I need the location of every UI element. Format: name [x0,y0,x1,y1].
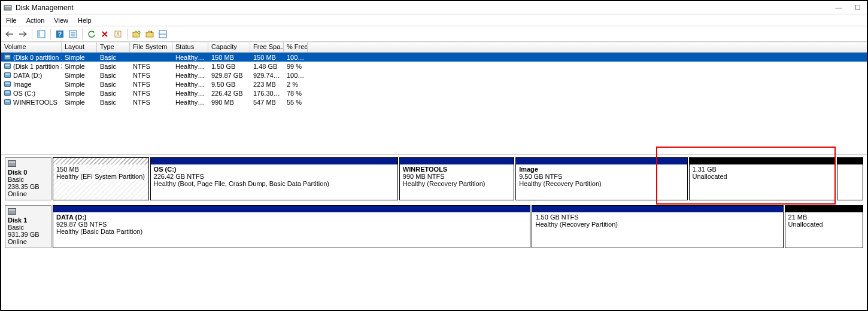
volume-row[interactable]: (Disk 0 partition 1)SimpleBasicHealthy (… [1,53,867,62]
partition-color-bar [532,206,782,212]
window-title: Disk Management [16,4,834,12]
menu-help[interactable]: Help [78,17,92,24]
disk-row: Disk 1Basic931.39 GBOnlineDATA (D:)929.8… [1,203,867,251]
volume-icon [4,81,11,87]
delete-button[interactable] [99,28,111,40]
partition-color-bar [53,206,530,212]
partition-body: DATA (D:)929.87 GB NTFSHealthy (Basic Da… [53,212,530,248]
volume-row[interactable]: (Disk 1 partition 3)SimpleBasicNTFSHealt… [1,62,867,71]
partition-body: WINRETOOLS990 MB NTFSHealthy (Recovery P… [400,164,514,200]
col-spacer [308,42,867,52]
menu-file[interactable]: File [6,17,17,24]
partition-color-bar [151,158,397,164]
help-button[interactable]: ? [54,28,66,40]
forward-button[interactable] [17,28,29,40]
partition-color-bar [690,158,835,164]
toolbar-separator [50,29,51,39]
disk-icon [8,160,16,167]
partition-body: 1.31 GBUnallocated [690,164,835,200]
partition[interactable]: 1.50 GB NTFSHealthy (Recovery Partition) [532,205,783,248]
partition-body: 1.50 GB NTFSHealthy (Recovery Partition) [532,212,782,248]
col-freespace[interactable]: Free Spa... [250,42,284,52]
partition-color-bar [53,158,148,164]
col-type[interactable]: Type [97,42,130,52]
col-filesystem[interactable]: File System [130,42,172,52]
maximize-button[interactable]: ☐ [854,4,862,11]
disk-header[interactable]: Disk 0Basic238.35 GBOnline [5,157,51,200]
disk-layout-area[interactable]: Disk 0Basic238.35 GBOnline150 MBHealthy … [1,155,867,310]
volume-row[interactable]: DATA (D:)SimpleBasicNTFSHealthy (B...929… [1,71,867,80]
partition[interactable]: OS (C:)226.42 GB NTFSHealthy (Boot, Page… [150,157,398,200]
volume-table: Volume Layout Type File System Status Ca… [1,42,867,155]
partition-body: 150 MBHealthy (EFI System Partition) [53,164,148,200]
menubar: File Action View Help [1,14,867,26]
show-hide-console-tree-button[interactable] [35,28,47,40]
col-layout[interactable]: Layout [62,42,97,52]
volume-icon [4,54,11,60]
volume-row[interactable]: ImageSimpleBasicNTFSHealthy (R...9.50 GB… [1,80,867,89]
titlebar: Disk Management — ☐ [1,1,867,14]
window-controls: — ☐ [834,4,862,11]
svg-rect-13 [146,32,153,37]
partition-color-bar [837,158,863,164]
refresh-button[interactable] [86,28,98,40]
svg-rect-3 [38,31,40,38]
col-volume[interactable]: Volume [1,42,62,52]
col-pctfree[interactable]: % Free [284,42,308,52]
partition[interactable]: Image9.50 GB NTFSHealthy (Recovery Parti… [515,157,687,200]
partition[interactable]: 21 MBUnallocated [785,205,863,248]
partition-body [837,164,863,200]
app-icon [4,4,12,12]
volume-row[interactable]: WINRETOOLSSimpleBasicNTFSHealthy (R...99… [1,97,867,106]
back-button[interactable] [4,28,16,40]
menu-action[interactable]: Action [26,17,45,24]
toolbar-separator [32,29,32,39]
svg-text:?: ? [58,31,62,38]
partition-color-bar [516,158,687,164]
partition-color-bar [400,158,514,164]
toolbar-separator [82,29,83,39]
partition[interactable]: DATA (D:)929.87 GB NTFSHealthy (Basic Da… [53,205,530,248]
settings-button[interactable] [67,28,79,40]
toolbar: ? [1,26,867,42]
disk-row: Disk 0Basic238.35 GBOnline150 MBHealthy … [1,155,867,203]
partition[interactable]: 1.31 GBUnallocated [689,157,836,200]
col-status[interactable]: Status [172,42,208,52]
partition-body: Image9.50 GB NTFSHealthy (Recovery Parti… [516,164,687,200]
partitions: DATA (D:)929.87 GB NTFSHealthy (Basic Da… [53,205,863,248]
menu-view[interactable]: View [54,17,68,24]
list-details-button[interactable] [157,28,169,40]
volume-icon [4,99,11,105]
volume-table-body[interactable]: (Disk 0 partition 1)SimpleBasicHealthy (… [1,53,867,154]
volume-table-header: Volume Layout Type File System Status Ca… [1,42,867,53]
partition[interactable] [837,157,863,200]
volume-row[interactable]: OS (C:)SimpleBasicNTFSHealthy (B...226.4… [1,89,867,97]
partition-body: OS (C:)226.42 GB NTFSHealthy (Boot, Page… [151,164,397,200]
partition-body: 21 MBUnallocated [785,212,863,248]
properties-button[interactable] [112,28,124,40]
volume-icon [4,72,11,78]
partition[interactable]: WINRETOOLS990 MB NTFSHealthy (Recovery P… [399,157,514,200]
svg-rect-1 [5,6,11,7]
volume-icon [4,90,11,96]
new-folder-button[interactable] [130,28,142,40]
col-capacity[interactable]: Capacity [208,42,250,52]
toolbar-separator [127,29,128,39]
volume-icon [4,63,11,69]
minimize-button[interactable]: — [834,4,843,11]
disk-management-window: Disk Management — ☐ File Action View Hel… [0,0,868,311]
partitions: 150 MBHealthy (EFI System Partition)OS (… [53,157,863,200]
partition-color-bar [785,206,863,212]
disk-header[interactable]: Disk 1Basic931.39 GBOnline [5,205,51,248]
partition[interactable]: 150 MBHealthy (EFI System Partition) [53,157,149,200]
disk-icon [8,208,16,215]
open-folder-button[interactable] [144,28,156,40]
